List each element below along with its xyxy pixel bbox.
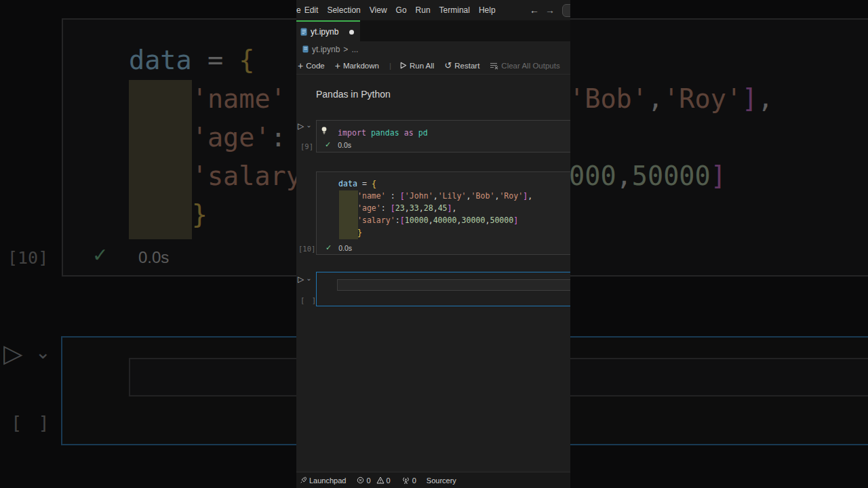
menu-item-file-clipped[interactable]: e [296,5,301,15]
breadcrumb-separator: > [343,45,348,54]
background-check-icon: ✓ [92,244,108,266]
success-check-icon: ✓ [325,140,331,149]
warning-icon [376,476,384,484]
run-cell-button[interactable]: ▷ ⌄ [298,122,312,130]
breadcrumb-ellipsis[interactable]: ... [351,45,358,54]
status-bar: Launchpad 0 0 0 [296,472,570,488]
tab-bar: yt.ipynb [296,20,570,41]
restart-icon: ↺ [444,60,452,70]
menu-item-terminal[interactable]: Terminal [439,5,470,15]
breadcrumb: yt.ipynb > ... [296,41,570,57]
execution-count: [ ] [300,296,317,304]
menu-item-edit[interactable]: Edit [304,5,319,15]
markdown-cell-heading[interactable]: Pandas in Python [316,89,391,100]
run-icon: ▷ [298,275,304,283]
run-all-button[interactable]: Run All [399,62,434,70]
tab-label: yt.ipynb [311,27,338,37]
plus-icon: + [335,62,340,69]
code-cell-empty-focused[interactable] [316,272,570,306]
run-cell-button[interactable]: ▷ ⌄ [298,275,312,283]
add-markdown-cell-button[interactable]: + Markdown [335,62,379,70]
menu-item-view[interactable]: View [370,5,387,15]
ports-indicator[interactable]: 0 [401,476,416,485]
code-cell-data-dict[interactable]: data = { 'name' : ['John','Lily','Bob','… [316,171,570,255]
menu-item-run[interactable]: Run [416,5,431,15]
background-empty-execution-count: [ ] [11,412,52,433]
toolbar-separator: | [389,62,391,70]
clear-all-outputs-button[interactable]: Clear All Outputs [490,62,559,70]
success-check-icon: ✓ [326,243,332,252]
command-search-box[interactable] [562,4,570,17]
background-chevron-down-icon: ⌄ [35,342,51,363]
clear-all-outputs-icon [490,62,498,70]
cell-status: ✓ 0.0s [325,140,351,149]
lightbulb-icon[interactable] [321,126,328,136]
cell-status: ✓ 0.0s [326,243,352,252]
broadcast-tower-icon [401,476,410,485]
code-editor[interactable]: data = { 'name' : ['John','Lily','Bob','… [338,178,532,239]
code-editor[interactable]: import pandas as pd [338,127,428,139]
code-cell-import[interactable]: import pandas as pd ✓ 0.0s [316,120,570,152]
restart-button[interactable]: ↺ Restart [444,60,479,70]
execution-duration: 0.0s [338,141,351,149]
notebook-content: Pandas in Python ▷ ⌄ [9] import pandas a… [296,75,570,472]
breadcrumb-file[interactable]: yt.ipynb [312,45,340,54]
execution-duration: 0.0s [338,244,352,252]
chevron-down-icon: ⌄ [306,122,311,129]
rocket-icon [300,476,307,484]
tab-yt-ipynb[interactable]: yt.ipynb [296,20,360,41]
plus-icon: + [298,62,303,69]
launchpad-button[interactable]: Launchpad [300,476,346,485]
execution-count: [10] [298,245,315,253]
back-arrow-icon[interactable]: ← [530,5,539,16]
forward-arrow-icon[interactable]: → [545,5,555,16]
chevron-down-icon: ⌄ [306,275,311,282]
warnings-indicator[interactable]: 0 [376,476,391,485]
background-execution-count: [10] [7,248,48,268]
error-icon [357,476,364,484]
menu-item-go[interactable]: Go [396,5,407,15]
errors-indicator[interactable]: 0 [357,476,370,485]
execution-count: [9] [300,142,313,150]
add-code-cell-button[interactable]: + Code [298,62,325,70]
background-run-icon: ▷ [3,339,22,368]
notebook-file-icon [300,28,307,36]
run-all-icon [399,62,407,69]
sourcery-button[interactable]: Sourcery [427,476,456,485]
menu-bar: e Edit Selection View Go Run Terminal He… [296,0,570,20]
modified-dot-icon[interactable] [349,30,354,35]
empty-code-editor[interactable] [337,279,570,291]
vscode-window: e Edit Selection View Go Run Terminal He… [296,0,570,488]
menu-item-help[interactable]: Help [479,5,496,15]
notebook-toolbar: + Code + Markdown | Run All ↺ Restart [296,57,570,75]
notebook-file-icon [302,45,309,53]
run-icon: ▷ [298,122,304,130]
menu-item-selection[interactable]: Selection [327,5,360,15]
background-duration: 0.0s [138,248,169,267]
